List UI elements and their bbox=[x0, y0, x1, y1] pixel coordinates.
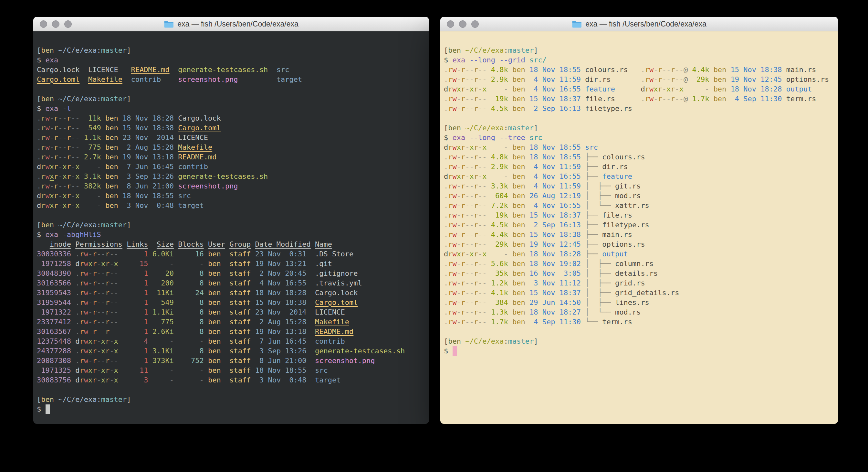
terminal-content[interactable]: [ben ~/C/e/exa:master]$ exa --long --gri… bbox=[440, 31, 838, 424]
desktop: { "canvas": {"bg": "#000000"}, "title_ic… bbox=[0, 0, 868, 472]
terminal-content[interactable]: [ben ~/C/e/exa:master]$ exaCargo.lock LI… bbox=[33, 31, 429, 424]
close-button[interactable] bbox=[447, 20, 454, 28]
traffic-lights bbox=[40, 17, 72, 31]
terminal-line: .rw-r--r-- 5.6k ben 18 Nov 19:02 │ ├── c… bbox=[444, 259, 838, 269]
terminal-line: .rw-r--r-- 1.1k ben 23 Nov 2014 LICENCE bbox=[37, 133, 429, 143]
terminal-line: 30163567 .rw-r--r-- 1 2.6Ki 8 ben staff … bbox=[37, 327, 429, 336]
terminal-line bbox=[37, 385, 429, 395]
terminal-line bbox=[444, 36, 838, 46]
terminal-line: drwxr-xr-x - ben 4 Nov 16:55 feature drw… bbox=[444, 84, 838, 94]
terminal-line: 24377288 .rwxr-xr-x 1 3.1Ki 8 ben staff … bbox=[37, 346, 429, 356]
terminal-line bbox=[444, 327, 838, 336]
zoom-button[interactable] bbox=[64, 20, 72, 28]
window-title-text: exa — fish /Users/ben/Code/exa/exa bbox=[585, 20, 707, 28]
folder-icon bbox=[572, 20, 582, 28]
terminal-line: drwxr-xr-x - ben 3 Nov 0:48 target bbox=[37, 201, 429, 210]
terminal-cursor bbox=[453, 346, 457, 356]
terminal-line: .rw-r--r-- 1.7k ben 4 Sep 11:30 └── term… bbox=[444, 317, 838, 327]
terminal-line: 12375448 drwxr-xr-x 4 - - ben staff 7 Ju… bbox=[37, 336, 429, 346]
terminal-line: drwxr-xr-x - ben 18 Nov 18:28 ├── output bbox=[444, 249, 838, 259]
titlebar[interactable]: exa — fish /Users/ben/Code/exa/exa bbox=[440, 17, 838, 31]
terminal-line bbox=[37, 84, 429, 94]
terminal-line: [ben ~/C/e/exa:master] bbox=[37, 395, 429, 405]
terminal-line: .rw-r--r-- 384 ben 29 Jun 14:50 │ ├── li… bbox=[444, 298, 838, 307]
folder-icon bbox=[164, 20, 174, 28]
terminal-line bbox=[444, 114, 838, 123]
terminal-line: 23377412 .rw-r--r-- 1 775 8 ben staff 2 … bbox=[37, 317, 429, 327]
terminal-line: .rw-r--r-- 4.5k ben 2 Sep 16:13 filetype… bbox=[444, 104, 838, 114]
zoom-button[interactable] bbox=[471, 20, 479, 28]
terminal-line: .rw-r--r-- 4.4k ben 15 Nov 18:38 ├── mai… bbox=[444, 230, 838, 240]
terminal-line: .rw-r--r-- 2.7k ben 19 Nov 13:18 README.… bbox=[37, 152, 429, 162]
terminal-line: .rw-r--r-- 4.8k ben 18 Nov 18:55 ├── col… bbox=[444, 152, 838, 162]
terminal-line: [ben ~/C/e/exa:master] bbox=[37, 220, 429, 230]
terminal-line: .rw-r--r-- 2.9k ben 4 Nov 11:59 dir.rs .… bbox=[444, 75, 838, 84]
terminal-line bbox=[37, 210, 429, 220]
terminal-line: .rw-r--r-- 19k ben 15 Nov 18:37 ├── file… bbox=[444, 210, 838, 220]
terminal-line: drwxr-xr-x - ben 7 Jun 16:45 contrib bbox=[37, 162, 429, 172]
terminal-line: drwxr-xr-x - ben 18 Nov 18:55 src bbox=[37, 191, 429, 201]
terminal-line: $ exa -abghHliS bbox=[37, 230, 429, 240]
terminal-line: 30030336 .rw-r--r-- 1 6.0Ki 16 ben staff… bbox=[37, 249, 429, 259]
terminal-line: .rw-r--r-- 382k ben 8 Jun 21:00 screensh… bbox=[37, 181, 429, 191]
close-button[interactable] bbox=[40, 20, 47, 28]
terminal-line: .rw-r--r-- 4.5k ben 2 Sep 16:13 ├── file… bbox=[444, 220, 838, 230]
terminal-line: 1971325 drwxr-xr-x 11 - - ben staff 18 N… bbox=[37, 366, 429, 375]
terminal-line: drwxr-xr-x - ben 18 Nov 18:55 src bbox=[444, 143, 838, 152]
terminal-line: 20087308 .rw-r--r-- 1 373Ki 752 ben staf… bbox=[37, 356, 429, 366]
minimize-button[interactable] bbox=[459, 20, 466, 28]
terminal-cursor bbox=[45, 405, 50, 414]
terminal-line: 30163566 .rw-r--r-- 1 200 8 ben staff 4 … bbox=[37, 278, 429, 288]
terminal-line: [ben ~/C/e/exa:master] bbox=[444, 336, 838, 346]
terminal-line: [ben ~/C/e/exa:master] bbox=[37, 46, 429, 55]
terminal-line: .rw-r--r-- 1.3k ben 18 Nov 18:27 │ └── m… bbox=[444, 307, 838, 317]
terminal-window-right: exa — fish /Users/ben/Code/exa/exa [ben … bbox=[440, 17, 838, 424]
terminal-line: 31959544 .rw-r--r-- 1 549 8 ben staff 15… bbox=[37, 298, 429, 307]
terminal-line: [ben ~/C/e/exa:master] bbox=[444, 46, 838, 55]
terminal-line bbox=[37, 36, 429, 46]
terminal-window-left: exa — fish /Users/ben/Code/exa/exa [ben … bbox=[33, 17, 429, 424]
terminal-line: [ben ~/C/e/exa:master] bbox=[444, 123, 838, 133]
terminal-line: .rw-r--r-- 775 ben 2 Aug 15:28 Makefile bbox=[37, 143, 429, 152]
terminal-line: .rw-r--r-- 3.3k ben 4 Nov 11:59 │ ├── gi… bbox=[444, 181, 838, 191]
terminal-line: .rw-r--r-- 11k ben 18 Nov 18:28 Cargo.lo… bbox=[37, 114, 429, 123]
terminal-line: .rw-r--r-- 549 ben 15 Nov 18:38 Cargo.to… bbox=[37, 123, 429, 133]
terminal-line: drwxr-xr-x - ben 4 Nov 16:55 ├── feature bbox=[444, 172, 838, 181]
terminal-line: 31959543 .rw-r--r-- 1 11Ki 24 ben staff … bbox=[37, 288, 429, 298]
terminal-line: .rw-r--r-- 7.2k ben 4 Nov 16:55 │ └── xa… bbox=[444, 201, 838, 210]
titlebar[interactable]: exa — fish /Users/ben/Code/exa/exa bbox=[33, 17, 429, 31]
terminal-line: $ exa bbox=[37, 55, 429, 65]
terminal-line: 1971258 drwxr-xr-x 15 - - ben staff 19 N… bbox=[37, 259, 429, 269]
terminal-line: .rw-r--r-- 4.8k ben 18 Nov 18:55 colours… bbox=[444, 65, 838, 75]
minimize-button[interactable] bbox=[52, 20, 59, 28]
terminal-line: inode Permissions Links Size Blocks User… bbox=[37, 240, 429, 249]
terminal-line: $ exa --long --tree src bbox=[444, 133, 838, 143]
terminal-line: $ exa --long --grid src/ bbox=[444, 55, 838, 65]
terminal-line: $ bbox=[37, 405, 429, 414]
traffic-lights bbox=[447, 17, 479, 31]
terminal-line: .rw-r--r-- 19k ben 15 Nov 18:37 file.rs … bbox=[444, 94, 838, 104]
terminal-line: .rw-r--r-- 1.2k ben 3 Nov 11:12 │ ├── gr… bbox=[444, 278, 838, 288]
terminal-line: .rw-r--r-- 4.1k ben 15 Nov 18:37 │ ├── g… bbox=[444, 288, 838, 298]
window-title: exa — fish /Users/ben/Code/exa/exa bbox=[572, 20, 707, 28]
terminal-line: $ bbox=[444, 346, 838, 356]
terminal-line: Cargo.toml Makefile contrib screenshot.p… bbox=[37, 75, 429, 84]
terminal-line: [ben ~/C/e/exa:master] bbox=[37, 94, 429, 104]
terminal-line: .rw-r--r-- 35k ben 16 Nov 3:05 │ ├── det… bbox=[444, 269, 838, 278]
terminal-line: .rwxr-xr-x 3.1k ben 3 Sep 13:26 generate… bbox=[37, 172, 429, 181]
window-title: exa — fish /Users/ben/Code/exa/exa bbox=[164, 20, 299, 28]
terminal-line: .rw-r--r-- 2.9k ben 4 Nov 11:59 ├── dir.… bbox=[444, 162, 838, 172]
terminal-line: .rw-r--r-- 604 ben 26 Aug 12:19 │ ├── mo… bbox=[444, 191, 838, 201]
terminal-line: Cargo.lock LICENCE README.md generate-te… bbox=[37, 65, 429, 75]
terminal-line: .rw-r--r-- 29k ben 19 Nov 12:45 ├── opti… bbox=[444, 240, 838, 249]
terminal-line: 1971322 .rw-r--r-- 1 1.1Ki 8 ben staff 2… bbox=[37, 307, 429, 317]
terminal-line: 30048390 .rw-r--r-- 1 20 8 ben staff 2 N… bbox=[37, 269, 429, 278]
terminal-line: $ exa -l bbox=[37, 104, 429, 114]
terminal-line: 30083756 drwxr-xr-x 3 - - ben staff 3 No… bbox=[37, 375, 429, 385]
window-title-text: exa — fish /Users/ben/Code/exa/exa bbox=[177, 20, 299, 28]
